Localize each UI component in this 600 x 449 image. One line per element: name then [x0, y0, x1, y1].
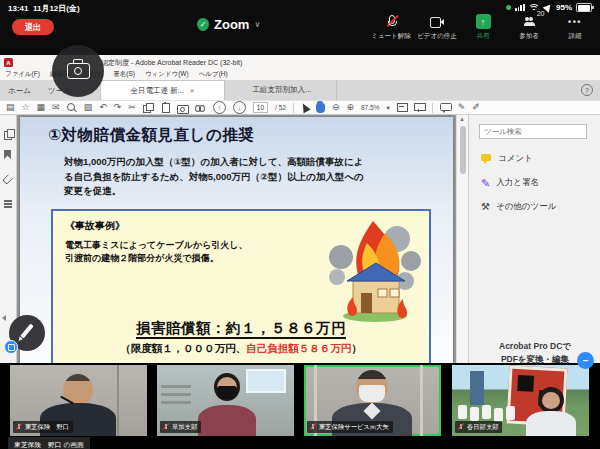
redo-icon[interactable]: ↷	[114, 103, 122, 112]
status-time: 13:41	[8, 4, 28, 13]
mic-muted-icon	[387, 15, 396, 28]
search-document-icon[interactable]	[195, 104, 206, 112]
undo-icon[interactable]: ↶	[99, 103, 107, 112]
status-indicators: 95%	[506, 3, 592, 12]
video-tile-3[interactable]: 東芝保険サービス㈱大矢	[304, 365, 441, 436]
share-button[interactable]: ↑ 共有	[460, 14, 506, 41]
zoom-caret-icon[interactable]: ▾	[386, 104, 389, 112]
previous-page-icon[interactable]: ↑	[213, 101, 226, 114]
participant-name-label: 春日部支部	[455, 421, 502, 433]
find-icon[interactable]	[67, 103, 77, 113]
comment-icon[interactable]	[440, 103, 451, 113]
participants-icon	[528, 17, 535, 26]
help-icon[interactable]: ?	[581, 84, 593, 96]
email-icon[interactable]: ✉	[52, 103, 60, 112]
panel-item-fill-sign[interactable]: ✎ 入力と署名	[481, 177, 539, 189]
video-tile-4[interactable]: 春日部支部	[452, 365, 589, 436]
print-icon[interactable]: ▦	[37, 103, 46, 112]
bookmarks-icon[interactable]	[4, 150, 11, 159]
menu-file[interactable]: ファイル(F)	[5, 70, 40, 79]
zoom-in-icon[interactable]: ⊕	[346, 103, 354, 112]
menu-help[interactable]: ヘルプ(H)	[199, 70, 228, 79]
page-thumbnails-icon[interactable]	[4, 129, 13, 139]
tools-panel: コメント ✎ 入力と署名 ⚒ その他のツール Acrobat Pro DCで P…	[468, 115, 600, 363]
meeting-title-label: Zoom	[214, 17, 249, 32]
screenshot-overlay-button[interactable]	[52, 45, 104, 97]
window-title: 認定制度 - Adobe Acrobat Reader DC (32-bit)	[101, 58, 242, 68]
fit-width-icon[interactable]	[397, 103, 407, 112]
export-pdf-icon[interactable]: ▧	[84, 103, 93, 112]
panel-item-comment[interactable]: コメント	[481, 153, 533, 165]
participant-name-label: 東芝保険 野口	[13, 421, 73, 433]
star-icon[interactable]: ☆	[22, 103, 30, 112]
snapshot-icon[interactable]	[177, 103, 188, 112]
menu-window[interactable]: ウィンドウ(W)	[145, 70, 189, 79]
scroll-up-icon[interactable]: ▲	[459, 116, 465, 122]
attachments-icon[interactable]	[2, 174, 13, 185]
highlight-icon[interactable]: ✎	[458, 103, 466, 112]
video-tile-2[interactable]: 草加支部	[157, 365, 294, 436]
save-icon[interactable]: ▤	[6, 103, 15, 112]
crowd-figures	[458, 405, 467, 419]
video-strip: 東芝保険 野口 草加支部 東芝保険サービス㈱大矢	[0, 363, 600, 449]
tab-home[interactable]: ホーム	[8, 86, 31, 96]
participant-body	[198, 405, 256, 436]
comment-bubble-icon	[481, 154, 492, 164]
pdf-page[interactable]: ①対物賠償金額見直しの推奨 対物1,000万円の加入型（①型）の加入者に対して、…	[20, 117, 453, 363]
case-heading: 《事故事例》	[65, 219, 125, 233]
meeting-title[interactable]: ✓ Zoom ∨	[197, 17, 260, 32]
fill-sign-pen-icon: ✎	[481, 178, 490, 189]
hand-tool-icon[interactable]	[316, 103, 325, 113]
damages-breakdown: （限度額１，０００万円、自己負担額５８６万円）	[53, 342, 429, 356]
tool-search-input[interactable]	[479, 124, 587, 139]
unmute-button[interactable]: ミュート解除	[368, 14, 414, 41]
zoom-level[interactable]: 87.5%	[361, 104, 379, 111]
tab-document-active[interactable]: 全日電工連 新... ×	[100, 80, 225, 100]
ipad-screen: 13:41 11月12日(金) 95% 退出 ✓ Zoom ∨ ミュート解除	[0, 0, 600, 449]
face-mask	[217, 386, 237, 399]
panel-item-more-tools[interactable]: ⚒ その他のツール	[481, 201, 556, 213]
acrobat-window: A 認定制度 - Adobe Acrobat Reader DC (32-bit…	[0, 55, 600, 363]
cut-icon[interactable]: ✂	[128, 103, 136, 112]
copy-icon[interactable]	[143, 103, 153, 113]
pencil-icon	[20, 324, 33, 339]
acrobat-app-icon: A	[4, 58, 13, 67]
battery-percent: 95%	[556, 3, 572, 12]
self-burden-amount: 自己負担額５８６万円	[246, 342, 351, 354]
damages-amount: 損害賠償額：約１，５８６万円	[53, 319, 429, 338]
burning-house-illustration	[325, 219, 421, 323]
stop-video-button[interactable]: ビデオの停止	[414, 14, 460, 41]
video-tile-1[interactable]: 東芝保険 野口	[10, 365, 147, 436]
layers-icon[interactable]	[4, 200, 12, 202]
screen-share-banner: 東芝保険 野口 の画面	[8, 437, 90, 449]
participants-button[interactable]: 20 参加者	[506, 14, 552, 41]
flagpole	[470, 371, 484, 405]
participant-face	[542, 392, 560, 409]
battery-icon	[576, 3, 592, 12]
menu-sign[interactable]: 署名(S)	[113, 70, 135, 79]
leave-meeting-button[interactable]: 退出	[12, 19, 54, 35]
page-number-input[interactable]: 10	[253, 102, 268, 113]
select-tool-icon[interactable]	[299, 102, 310, 114]
participant-name-label: 草加支部	[160, 421, 201, 433]
tab-document-other[interactable]: 工組支部別加入...	[228, 80, 337, 100]
vertical-scrollbar[interactable]: ▲	[456, 115, 468, 363]
read-mode-icon[interactable]	[414, 103, 425, 113]
paste-icon[interactable]	[160, 103, 170, 113]
muted-mic-icon	[16, 423, 22, 431]
scrollbar-thumb[interactable]	[460, 126, 466, 174]
next-page-icon[interactable]: ↓	[233, 101, 246, 114]
minimize-videos-button[interactable]: −	[577, 352, 594, 369]
annotation-badge-icon[interactable]	[4, 340, 18, 354]
chevron-down-icon: ∨	[254, 20, 260, 29]
muted-mic-icon	[163, 423, 169, 431]
zoom-out-icon[interactable]: ⊖	[332, 103, 340, 112]
video-camera-icon	[430, 17, 444, 26]
fill-sign-icon[interactable]: ✐	[472, 103, 480, 112]
collapse-panel-icon[interactable]	[2, 315, 6, 321]
more-button[interactable]: ••• 詳細	[552, 14, 598, 41]
meeting-controls: ミュート解除 ビデオの停止 ↑ 共有 20 参加者 ••• 詳細	[368, 14, 598, 41]
close-tab-icon[interactable]: ×	[190, 86, 195, 95]
face-mask	[359, 385, 385, 402]
acrobat-toolbar: ▤ ☆ ▦ ✉ ▧ ↶ ↷ ✂ ↑ ↓ 10 / 52 ⊖ ⊕ 87.5% ▾	[0, 100, 600, 115]
